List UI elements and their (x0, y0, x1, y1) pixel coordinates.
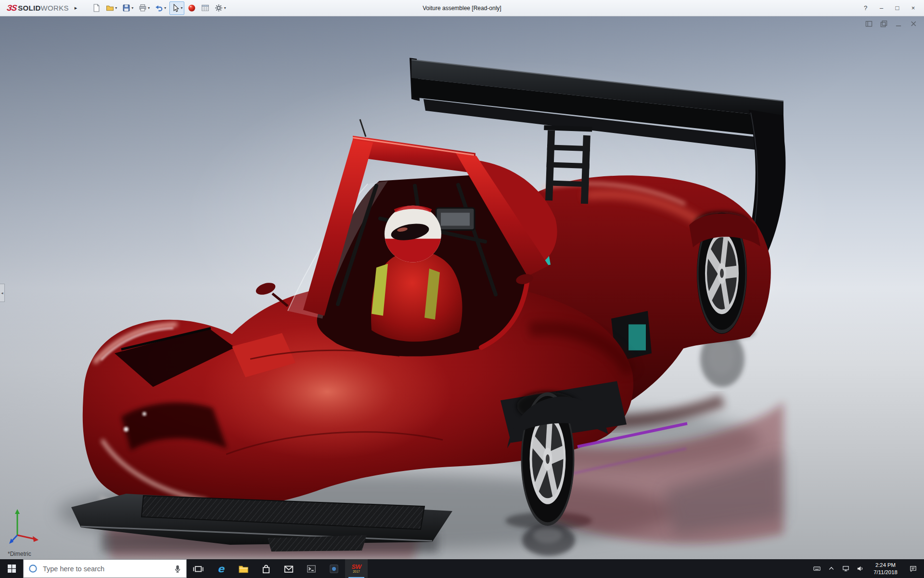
command-prompt-button[interactable] (300, 559, 322, 578)
network-icon (842, 565, 849, 572)
dropdown-arrow-icon[interactable]: ▾ (164, 6, 166, 10)
brand-name-strong: SOLID (18, 4, 40, 12)
open-folder-icon (106, 4, 114, 12)
quick-access-toolbar: ▾ ▾ ▾ ▾ ▾ (90, 1, 228, 15)
edge-icon: e (216, 564, 226, 574)
toolbar-flyout-arrow-icon[interactable]: ▸ (75, 5, 77, 11)
dropdown-arrow-icon[interactable]: ▾ (180, 6, 182, 10)
design-table-button[interactable] (199, 1, 211, 15)
save-floppy-icon (122, 4, 130, 12)
start-button[interactable] (0, 559, 23, 578)
mail-icon (283, 564, 294, 574)
dassault-logo-mark-icon: ЗS (6, 3, 17, 13)
print-button[interactable]: ▾ (137, 1, 152, 15)
windows-logo-icon (8, 565, 16, 573)
touch-keyboard-button[interactable] (809, 559, 824, 578)
feature-panel-flyout-tab[interactable]: ◄ (0, 284, 5, 302)
dropdown-arrow-icon[interactable]: ▾ (131, 6, 133, 10)
file-explorer-button[interactable] (232, 559, 255, 578)
edge-button[interactable]: e (209, 559, 232, 578)
microphone-icon[interactable] (174, 565, 181, 573)
clock-date: 7/11/2018 (867, 569, 904, 576)
close-button[interactable]: × (905, 0, 921, 16)
minimize-window-icon[interactable] (895, 20, 902, 27)
dropdown-arrow-icon[interactable]: ▾ (148, 6, 150, 10)
mail-button[interactable] (277, 559, 300, 578)
open-button[interactable]: ▾ (104, 1, 119, 15)
minimize-button[interactable]: – (873, 0, 889, 16)
undo-arrow-icon (155, 4, 163, 12)
taskbar-apps: e SW 2017 (187, 559, 368, 578)
view-orientation-label: *Dimetric (8, 551, 31, 557)
print-icon (139, 4, 147, 12)
solidworks-taskbar-button[interactable]: SW 2017 (345, 559, 368, 578)
new-document-icon (92, 4, 101, 12)
undo-button[interactable]: ▾ (153, 1, 168, 15)
solidworks-taskbar-icon: SW 2017 (352, 564, 361, 574)
document-window-controls (865, 20, 917, 27)
app-titlebar: ЗS SOLID WORKS ▸ ▾ ▾ ▾ ▾ (0, 0, 924, 16)
new-document-button[interactable] (90, 1, 103, 15)
document-title: Voiture assemblee [Read-only] (423, 5, 501, 12)
save-button[interactable]: ▾ (120, 1, 135, 15)
taskbar-clock[interactable]: 2:24 PM 7/11/2018 (867, 562, 904, 576)
dropdown-arrow-icon[interactable]: ▾ (224, 6, 226, 10)
brand-name-light: WORKS (41, 4, 69, 12)
clock-time: 2:24 PM (867, 562, 904, 569)
select-cursor-icon (171, 4, 180, 12)
maximize-button[interactable]: □ (889, 0, 905, 16)
task-view-icon (193, 564, 204, 574)
cortana-icon (28, 564, 38, 573)
touch-keyboard-icon (813, 565, 821, 572)
action-center-button[interactable] (904, 559, 922, 578)
svg-text:e: e (218, 564, 225, 574)
network-button[interactable] (838, 559, 853, 578)
graphics-viewport[interactable]: ◄ *Dimetric (0, 16, 924, 559)
dark-app-button[interactable] (322, 559, 345, 578)
design-table-icon (201, 4, 209, 12)
help-button[interactable]: ? (858, 0, 873, 16)
volume-button[interactable] (853, 559, 867, 578)
search-input[interactable] (42, 565, 169, 573)
windows-taskbar: e SW 2017 (0, 559, 924, 578)
options-button[interactable]: ▾ (213, 1, 228, 15)
file-explorer-icon (238, 564, 249, 574)
dropdown-arrow-icon[interactable]: ▾ (115, 6, 117, 10)
solidworks-logo: ЗS SOLID WORKS (0, 3, 72, 13)
pane-icon[interactable] (865, 20, 873, 27)
volume-icon (857, 565, 864, 572)
action-center-icon (910, 565, 917, 572)
chevron-up-icon (828, 565, 835, 572)
appearance-sphere-icon (188, 4, 196, 12)
orientation-triad (8, 507, 41, 545)
3d-scene[interactable] (0, 16, 924, 559)
close-window-icon[interactable] (910, 20, 917, 27)
store-button[interactable] (255, 559, 277, 578)
screen: ЗS SOLID WORKS ▸ ▾ ▾ ▾ ▾ (0, 0, 924, 578)
hidden-icons-button[interactable] (824, 559, 838, 578)
store-icon (261, 564, 271, 574)
command-prompt-icon (306, 564, 317, 574)
system-tray: 2:24 PM 7/11/2018 (809, 559, 924, 578)
task-view-button[interactable] (187, 559, 209, 578)
restore-window-icon[interactable] (880, 20, 887, 27)
edit-appearance-button[interactable] (186, 1, 198, 15)
dark-app-icon (329, 564, 339, 574)
options-gear-icon (215, 4, 223, 12)
window-controls: ? – □ × (858, 0, 924, 16)
select-tool-button[interactable]: ▾ (169, 1, 184, 15)
taskbar-search[interactable] (23, 559, 187, 578)
